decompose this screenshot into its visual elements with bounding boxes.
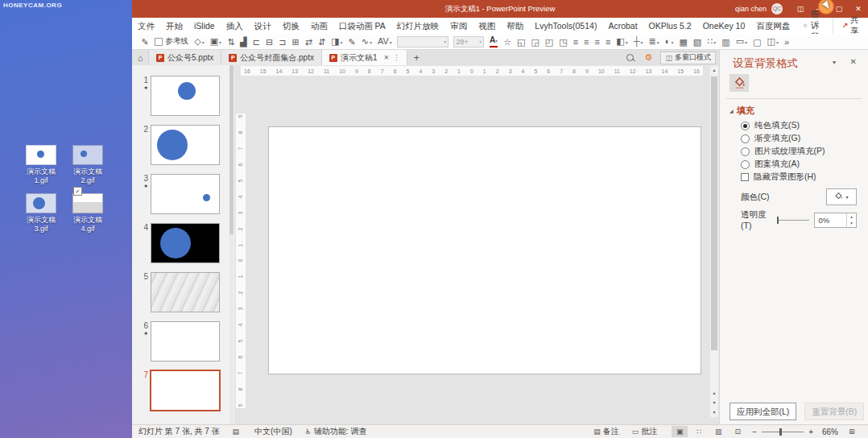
align-right-icon[interactable]: ⊐ — [279, 35, 286, 49]
font-color-icon[interactable]: A▾ — [490, 35, 498, 48]
slide-thumbnail[interactable] — [151, 125, 220, 165]
format-painter-icon[interactable]: ✎ — [142, 35, 149, 49]
document-tab-0[interactable]: P公众号5.pptx — [149, 50, 221, 65]
radio-unselected[interactable] — [741, 147, 750, 156]
bullets-icon[interactable]: ∷▾ — [707, 34, 716, 50]
send-to-back-icon[interactable]: ◲ — [531, 35, 539, 49]
notes-button[interactable]: ▤ 备注 — [593, 426, 619, 437]
guides-checkbox[interactable]: 参考线 — [155, 36, 188, 47]
apply-to-all-button[interactable]: 应用到全部(L) — [730, 403, 796, 420]
slide-thumbnail[interactable] — [151, 174, 220, 214]
table-icon[interactable]: ▦ — [679, 35, 687, 49]
slide-thumbnail[interactable] — [150, 370, 221, 411]
scroll-down-icon[interactable]: ▾ — [710, 408, 718, 417]
transparency-slider[interactable] — [777, 217, 809, 224]
large-view-icon[interactable]: ▢ — [753, 35, 761, 49]
slide-thumbnail-row-2[interactable]: 2 — [132, 125, 234, 165]
spin-up-icon[interactable]: ▲ — [847, 213, 856, 221]
copy-format-icon[interactable]: ◰ — [545, 35, 553, 49]
fill-bucket-icon[interactable]: ◧▾ — [616, 34, 627, 50]
zoom-percentage[interactable]: 66% — [822, 428, 838, 436]
menu-tab-15[interactable]: OneKey 10 — [697, 18, 751, 34]
slide-thumbnail-row-5[interactable]: 5 — [132, 272, 234, 312]
zoom-in-button[interactable]: + — [808, 428, 813, 436]
menu-tab-8[interactable]: 幻灯片放映 — [391, 18, 445, 34]
desktop-icon-presentation-2-gif[interactable]: 演示文稿2.gif — [66, 145, 110, 185]
spellcheck-button[interactable]: ▤ — [233, 428, 242, 436]
fill-option-3[interactable]: 图案填充(A) — [741, 158, 825, 171]
accessibility-status[interactable]: ♿ 辅助功能: 调查 — [305, 426, 367, 437]
align-left-icon[interactable]: ⊏ — [253, 35, 260, 49]
line-spacing-icon[interactable]: ≣▾ — [649, 34, 659, 50]
menu-tab-2[interactable]: iSlide — [188, 18, 221, 34]
spin-down-icon[interactable]: ▼ — [847, 220, 856, 227]
canvas-scrollbar[interactable]: ▴ ▴ ▾ ▾ — [710, 66, 718, 417]
menu-tab-3[interactable]: 插入 — [221, 18, 249, 34]
slideshow-button[interactable]: ⊡ — [730, 426, 746, 437]
columns-icon[interactable]: ▥ — [721, 35, 730, 49]
hide-background-option[interactable]: 隐藏背景图形(H) — [741, 171, 825, 184]
slide-thumbnail-row-6[interactable]: 6★ — [132, 321, 234, 362]
radio-selected[interactable] — [741, 122, 750, 130]
pen-icon[interactable]: ✎ — [349, 35, 356, 49]
character-spacing-icon[interactable]: AV▾ — [378, 34, 392, 50]
menu-tab-0[interactable]: 文件 — [132, 18, 160, 34]
desktop-icon-presentation-4-gif[interactable]: ✓演示文稿4.gif — [66, 193, 110, 233]
slide-thumbnail-row-7[interactable]: 7 — [132, 370, 234, 411]
window-dock-icon[interactable]: ◫▾ — [767, 34, 779, 50]
pane-dropdown-icon[interactable]: ▾ — [833, 59, 836, 66]
slide-thumbnail[interactable] — [151, 272, 220, 312]
slide-thumbnail[interactable] — [151, 223, 220, 263]
fill-section-header[interactable]: ◢ 填充 — [730, 105, 754, 117]
shape-fill-icon[interactable]: ◨▾ — [331, 34, 342, 50]
scrollbar-thumb[interactable] — [711, 76, 717, 350]
previous-slide-icon[interactable]: ▴ — [710, 389, 718, 398]
fill-option-0[interactable]: 纯色填充(S) — [741, 119, 825, 132]
checkbox-unchecked[interactable] — [741, 173, 749, 181]
document-tab-2[interactable]: P演示文稿1✕⋮ — [322, 50, 407, 65]
menu-tab-5[interactable]: 切换 — [277, 18, 305, 34]
transparency-spinner[interactable]: 0% ▲ ▼ — [814, 213, 857, 228]
search-icon[interactable] — [626, 54, 634, 61]
menu-tab-11[interactable]: 帮助 — [501, 18, 529, 34]
text-direction-icon[interactable]: ⇅ — [227, 35, 234, 49]
fill-bucket-tab[interactable] — [730, 74, 749, 92]
fill-option-1[interactable]: 渐变填充(G) — [741, 132, 825, 145]
start-page-icon[interactable]: ⌂ — [132, 50, 149, 65]
user-avatar[interactable]: QC — [771, 3, 783, 14]
text-justify-icon[interactable]: ≡ — [606, 35, 610, 49]
slide-thumbnail-row-3[interactable]: 3★ — [132, 174, 234, 214]
text-box-style-icon[interactable]: ▭▾ — [736, 34, 747, 50]
text-align-center-icon[interactable]: ≡ — [584, 35, 589, 49]
freeform-line-icon[interactable]: ∿▾ — [362, 34, 372, 50]
desktop-icon-presentation-3-gif[interactable]: 演示文稿3.gif — [19, 193, 63, 233]
favorite-icon[interactable]: ☆ — [503, 35, 511, 49]
document-tab-1[interactable]: P公众号封面集合.pptx — [221, 50, 322, 65]
text-align-right-icon[interactable]: ≡ — [594, 35, 599, 49]
selection-pane-icon[interactable]: ▧ — [693, 35, 701, 49]
menu-tab-12[interactable]: LvyhTools(0514) — [529, 18, 602, 34]
language-button[interactable]: 中文(中国) — [254, 426, 292, 437]
crop-icon[interactable]: ┼▾ — [634, 34, 643, 50]
text-box-icon[interactable]: ▣▾ — [210, 34, 221, 50]
menu-tab-10[interactable]: 视图 — [473, 18, 501, 34]
radio-unselected[interactable] — [741, 134, 750, 143]
radio-unselected[interactable] — [741, 160, 750, 169]
align-center-icon[interactable]: ⊟ — [266, 35, 273, 49]
slide-thumbnail-row-4[interactable]: 4 — [132, 223, 234, 263]
insert-shape-icon[interactable]: ◇▾ — [194, 34, 204, 50]
slide-thumbnail[interactable] — [151, 321, 220, 362]
scroll-up-icon[interactable]: ▴ — [710, 66, 718, 75]
menu-tab-14[interactable]: OKPlus 5.2 — [643, 18, 697, 34]
distribute-horizontal-icon[interactable]: ⇄ — [305, 35, 312, 49]
slide-sorter-view-button[interactable]: ∷ — [691, 426, 707, 437]
zoom-slider[interactable] — [762, 432, 804, 432]
desktop-icon-presentation-1-gif[interactable]: 演示文稿1.gif — [19, 145, 63, 185]
menu-tab-1[interactable]: 开始 — [160, 18, 188, 34]
color-picker-button[interactable]: ▾ — [826, 188, 857, 205]
multi-window-mode-button[interactable]: ◫ 多窗口模式 — [660, 52, 716, 64]
align-middle-icon[interactable]: ⊞ — [291, 35, 299, 49]
slide-thumbnail-row-1[interactable]: 1★ — [132, 76, 234, 116]
current-slide[interactable] — [268, 126, 701, 374]
user-name[interactable]: qian chen — [735, 5, 767, 13]
